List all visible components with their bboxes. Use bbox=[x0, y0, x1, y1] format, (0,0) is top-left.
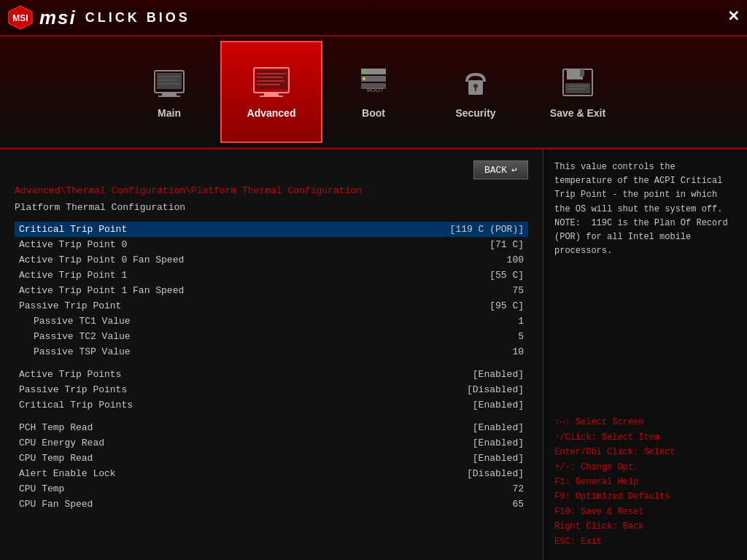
tab-advanced-label: Advanced bbox=[247, 107, 296, 119]
shortcut-line: Right Click: Back bbox=[554, 519, 736, 534]
save-exit-tab-icon bbox=[557, 65, 598, 101]
tab-security[interactable]: Security bbox=[425, 41, 527, 143]
svg-rect-16 bbox=[260, 96, 283, 97]
setting-value: 5 bbox=[518, 331, 524, 342]
setting-row[interactable]: Passive TC1 Value1 bbox=[15, 314, 528, 329]
msi-logo-icon: MSI bbox=[7, 4, 34, 31]
tab-main-label: Main bbox=[158, 107, 181, 119]
brand-subtitle: CLICK BIOS bbox=[85, 10, 190, 26]
setting-value: 72 bbox=[512, 483, 524, 494]
svg-point-24 bbox=[473, 84, 478, 88]
setting-name: PCH Temp Read bbox=[19, 422, 473, 433]
svg-rect-28 bbox=[580, 69, 584, 77]
setting-row[interactable]: Passive TSP Value10 bbox=[15, 344, 528, 359]
tab-save-exit-label: Save & Exit bbox=[550, 107, 605, 119]
brand-name: msi bbox=[39, 7, 77, 29]
setting-name: Passive TSP Value bbox=[19, 346, 512, 357]
setting-row[interactable]: Passive TC2 Value5 bbox=[15, 329, 528, 344]
shortcut-line: ↑/Click: Select Item bbox=[554, 430, 736, 445]
svg-text:MSI: MSI bbox=[12, 13, 28, 23]
setting-value: [Enabled] bbox=[473, 438, 524, 448]
setting-row[interactable]: Active Trip Point 0[71 C] bbox=[15, 237, 528, 252]
setting-row[interactable]: Active Trip Point 0 Fan Speed100 bbox=[15, 252, 528, 268]
setting-name: Active Trip Point 0 Fan Speed bbox=[19, 254, 507, 265]
tab-security-label: Security bbox=[455, 107, 495, 119]
setting-name: Passive TC1 Value bbox=[19, 316, 518, 327]
setting-value: [Enabled] bbox=[473, 453, 524, 464]
setting-row[interactable]: Critical Trip Point[119 C (POR)] bbox=[15, 222, 528, 237]
settings-spacer bbox=[15, 359, 528, 367]
navigation-bar: Main Advanced B bbox=[0, 36, 747, 149]
setting-row[interactable]: Active Trip Points[Enabled] bbox=[15, 367, 528, 382]
setting-row[interactable]: Passive Trip Point[95 C] bbox=[15, 298, 528, 314]
svg-rect-29 bbox=[565, 83, 590, 93]
setting-name: CPU Temp Read bbox=[19, 453, 473, 464]
setting-value: 1 bbox=[518, 316, 524, 327]
back-button[interactable]: BACK ↩ bbox=[473, 160, 528, 179]
breadcrumb: Advanced\Thermal Configuration\Platform … bbox=[15, 185, 528, 196]
setting-row[interactable]: PCH Temp Read[Enabled] bbox=[15, 420, 528, 435]
setting-row[interactable]: Active Trip Point 1 Fan Speed75 bbox=[15, 283, 528, 298]
setting-name: Critical Trip Points bbox=[19, 400, 473, 411]
setting-value: 75 bbox=[512, 285, 524, 296]
setting-name: Critical Trip Point bbox=[19, 224, 450, 235]
setting-row[interactable]: Active Trip Point 1[55 C] bbox=[15, 268, 528, 283]
setting-name: Passive TC2 Value bbox=[19, 331, 518, 342]
shortcut-line: F10: Save & Reset bbox=[554, 505, 736, 519]
setting-row[interactable]: CPU Temp Read[Enabled] bbox=[15, 451, 528, 466]
setting-name: CPU Fan Speed bbox=[19, 499, 512, 510]
advanced-tab-icon bbox=[251, 65, 292, 101]
setting-name: Active Trip Point 0 bbox=[19, 239, 489, 250]
main-tab-icon bbox=[149, 65, 190, 101]
svg-rect-3 bbox=[157, 73, 182, 89]
back-label: BACK bbox=[484, 165, 507, 176]
shortcut-line: ↕↔: Select Screen bbox=[554, 415, 736, 429]
setting-row[interactable]: Passive Trip Points[Disabled] bbox=[15, 382, 528, 397]
setting-name: CPU Energy Read bbox=[19, 438, 473, 448]
setting-name: CPU Temp bbox=[19, 483, 512, 494]
right-panel: This value controls the temperature of t… bbox=[543, 149, 747, 560]
setting-name: Passive Trip Points bbox=[19, 384, 467, 395]
shortcut-line: Enter/Dbl Click: Select bbox=[554, 445, 736, 459]
setting-row[interactable]: CPU Temp72 bbox=[15, 481, 528, 497]
back-button-container: BACK ↩ bbox=[15, 160, 528, 179]
tab-boot[interactable]: BOOT Boot bbox=[322, 41, 425, 143]
svg-rect-10 bbox=[256, 70, 287, 89]
setting-value: 65 bbox=[512, 499, 524, 510]
setting-value: [Enabled] bbox=[473, 369, 524, 380]
setting-value: [Disabled] bbox=[467, 468, 524, 479]
setting-value: 10 bbox=[512, 346, 524, 357]
setting-name: Active Trip Point 1 bbox=[19, 270, 489, 281]
setting-row[interactable]: Critical Trip Points[Enabled] bbox=[15, 397, 528, 413]
setting-name: Alert Enable Lock bbox=[19, 468, 467, 479]
shortcut-line: +/-: Change Opt. bbox=[554, 460, 736, 475]
tab-save-exit[interactable]: Save & Exit bbox=[527, 41, 629, 143]
settings-spacer bbox=[15, 413, 528, 420]
setting-value: [71 C] bbox=[489, 239, 524, 250]
left-panel: BACK ↩ Advanced\Thermal Configuration\Pl… bbox=[0, 149, 543, 560]
svg-rect-5 bbox=[158, 96, 180, 97]
setting-value: [Enabled] bbox=[473, 422, 524, 433]
page-title: Platform Thermal Configuration bbox=[15, 202, 528, 213]
svg-point-20 bbox=[363, 70, 365, 73]
shortcut-line: F9: Optimized Defaults bbox=[554, 489, 736, 504]
tab-advanced[interactable]: Advanced bbox=[220, 41, 322, 143]
setting-row[interactable]: CPU Fan Speed65 bbox=[15, 497, 528, 512]
setting-name: Active Trip Points bbox=[19, 369, 473, 380]
setting-row[interactable]: Alert Enable Lock[Disabled] bbox=[15, 466, 528, 481]
tab-boot-label: Boot bbox=[362, 107, 385, 119]
close-button[interactable]: ✕ bbox=[727, 7, 740, 25]
logo-area: MSI msi CLICK BIOS bbox=[7, 4, 190, 31]
setting-value: [55 C] bbox=[489, 270, 524, 281]
tab-main[interactable]: Main bbox=[118, 41, 220, 143]
title-bar: MSI msi CLICK BIOS ✕ bbox=[0, 0, 747, 36]
setting-value: [Disabled] bbox=[467, 384, 524, 395]
shortcut-line: ESC: Exit bbox=[554, 534, 736, 549]
back-arrow-icon: ↩ bbox=[511, 164, 517, 176]
setting-row[interactable]: CPU Energy Read[Enabled] bbox=[15, 435, 528, 451]
setting-value: 100 bbox=[507, 254, 524, 265]
svg-rect-4 bbox=[162, 93, 177, 96]
security-tab-icon bbox=[455, 65, 496, 101]
help-text: This value controls the temperature of t… bbox=[554, 160, 736, 415]
svg-point-21 bbox=[363, 77, 365, 80]
